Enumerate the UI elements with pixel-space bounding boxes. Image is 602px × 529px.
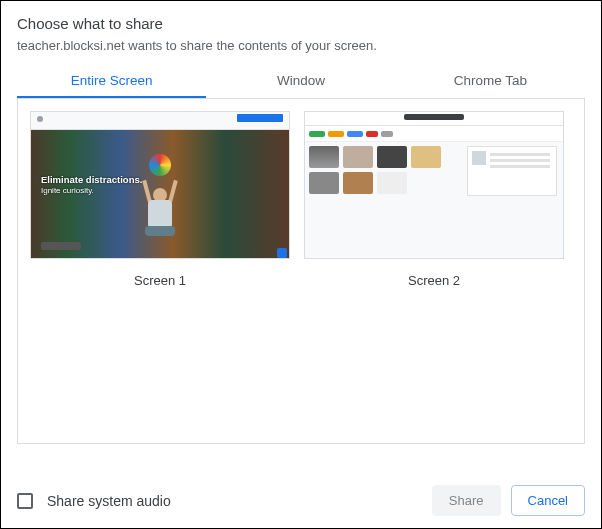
share-system-audio-option[interactable]: Share system audio — [17, 493, 171, 509]
thumb-screen-2 — [304, 111, 564, 259]
option-screen-1-label: Screen 1 — [134, 273, 186, 288]
thumb1-subline: Ignite curiosity. — [41, 185, 142, 196]
option-screen-2-label: Screen 2 — [408, 273, 460, 288]
tab-window[interactable]: Window — [206, 63, 395, 98]
option-screen-2[interactable]: Screen 2 — [304, 111, 564, 288]
action-buttons: Share Cancel — [432, 485, 585, 516]
checkbox-icon[interactable] — [17, 493, 33, 509]
thumb1-headline: Eliminate distractions. — [41, 174, 142, 185]
dialog-title: Choose what to share — [17, 15, 585, 32]
share-system-audio-label: Share system audio — [47, 493, 171, 509]
tab-chrome-tab[interactable]: Chrome Tab — [396, 63, 585, 98]
dialog-footer: Share system audio Share Cancel — [17, 485, 585, 516]
options-panel: Eliminate distractions. Ignite curiosity… — [17, 99, 585, 444]
option-screen-1[interactable]: Eliminate distractions. Ignite curiosity… — [30, 111, 290, 288]
tab-entire-screen[interactable]: Entire Screen — [17, 63, 206, 98]
dialog-subtitle: teacher.blocksi.net wants to share the c… — [17, 38, 585, 53]
cancel-button[interactable]: Cancel — [511, 485, 585, 516]
share-button[interactable]: Share — [432, 485, 501, 516]
thumb-screen-1: Eliminate distractions. Ignite curiosity… — [30, 111, 290, 259]
source-tabs: Entire Screen Window Chrome Tab — [17, 63, 585, 99]
